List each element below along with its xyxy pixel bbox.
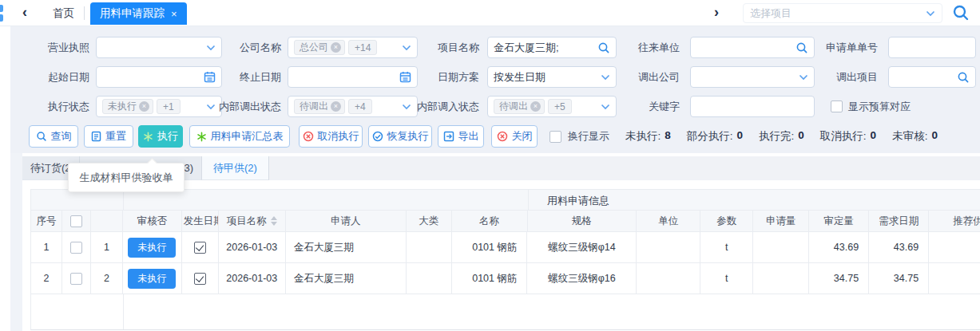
wrap-display-checkbox[interactable] [550,131,561,143]
internal-out-status-multiselect[interactable]: 待调出× +4 [288,96,418,117]
transfer-out-company-select[interactable] [690,66,815,88]
tab-pending-owner-supply[interactable]: 待甲供(2) [202,156,269,180]
business-license-select[interactable] [96,37,222,58]
keyword-label: 关键字 [605,96,680,117]
cell-num: 1 [91,232,123,263]
stat-label: 部分执行: [687,129,733,144]
cell-checked[interactable] [182,263,219,294]
select-all-checkbox[interactable] [70,215,82,227]
group-divider [528,190,529,210]
stat-value: 8 [665,129,671,144]
cell-select[interactable] [62,263,91,294]
material-summary-button[interactable]: 用料申请汇总表 [189,125,290,148]
col-header-audit: 审核否 [123,211,182,232]
start-date-input[interactable] [96,66,222,88]
cell-supplier [929,232,980,263]
business-license-label: 营业执照 [14,37,89,58]
app-window: ‹ 首页 用料申请跟踪 × › 选择项目 营业执照 公司名称 总公司× +14 … [0,0,980,331]
run-asterisk-icon [143,132,153,142]
top-tab-bar: ‹ 首页 用料申请跟踪 × › 选择项目 [0,0,980,26]
cell-name: 0101 钢筋 [452,263,528,294]
cell-unit [637,232,700,263]
keyword-input[interactable] [690,96,815,117]
col-header-project-name[interactable]: 项目名称 [219,211,286,232]
collapsed-menu-icon[interactable] [0,5,3,24]
status-not-executed-button[interactable]: 未执行 [128,238,176,258]
remove-tag-icon[interactable]: × [139,101,149,112]
project-name-value: 金石大厦三期; [494,41,594,55]
close-tab-icon[interactable]: × [171,8,177,20]
company-name-multiselect[interactable]: 总公司× +14 [288,37,418,58]
table-row[interactable]: 1 1 未执行 2026-01-03 金石大厦三期 0101 钢筋 螺纹三级钢φ… [30,232,980,263]
cancel-execute-button[interactable]: 取消执行 [299,125,363,148]
checked-checkbox[interactable] [194,273,206,285]
cell-spec: 螺纹三级钢φ16 [527,263,637,294]
forward-chevron-icon[interactable]: › [714,0,719,26]
checked-checkbox[interactable] [194,242,206,254]
remove-tag-icon[interactable]: × [530,101,541,112]
selected-tag[interactable]: 总公司× [294,40,345,55]
transfer-out-project-label: 调出项目 [803,66,878,88]
request-no-label: 申请单单号 [803,37,878,58]
show-budget-checkbox[interactable]: 显示预算对应 [831,96,911,117]
resume-execute-button[interactable]: 恢复执行 [368,125,432,148]
query-button[interactable]: 查询 [29,125,78,148]
cell-seq: 2 [31,263,62,294]
cell-num: 2 [91,263,123,294]
reset-button-label: 重置 [105,129,126,144]
counterparty-input[interactable] [690,37,815,58]
selected-tag[interactable]: 待调出× [494,99,545,114]
table-row[interactable]: 2 2 未执行 2026-01-03 金石大厦三期 0101 钢筋 螺纹三级钢φ… [30,263,980,294]
cell-date: 2026-01-03 [219,263,286,294]
reset-button[interactable]: 重置 [84,125,133,148]
material-summary-button-label: 用料申请汇总表 [211,129,284,144]
selected-tag[interactable]: 待调出× [294,99,345,114]
cell-status[interactable]: 未执行 [123,263,182,294]
cell-apply-qty [753,263,809,294]
transfer-out-project-input[interactable] [888,66,976,88]
export-button-label: 导出 [458,129,479,144]
col-header-supplier: 推荐供 [929,211,980,232]
tab-material-request-tracking[interactable]: 用料申请跟踪 × [90,2,187,25]
cell-spec: 螺纹三级钢φ14 [527,232,637,263]
row-checkbox[interactable] [70,242,82,254]
remove-tag-icon[interactable]: × [331,42,341,53]
stat-value: 0 [737,129,744,144]
back-chevron-icon[interactable]: ‹ [22,0,27,26]
export-button[interactable]: 导出 [438,125,484,148]
request-no-input[interactable] [888,37,976,58]
global-search-icon[interactable] [952,4,970,22]
cell-status[interactable]: 未执行 [123,232,182,263]
stat-unaudited: 未审核:0 [892,129,938,144]
project-name-input[interactable]: 金石大厦三期; [487,37,617,58]
execute-button[interactable]: 执行 [138,125,183,148]
close-button[interactable]: 关闭 [491,125,538,148]
cell-checked[interactable] [182,232,219,263]
more-tags-badge: +14 [348,40,377,55]
cell-select[interactable] [62,232,91,263]
company-name-label: 公司名称 [206,37,281,58]
date-scheme-select[interactable]: 按发生日期 [487,66,617,88]
col-header-apply-qty: 申请量 [753,211,809,232]
project-select[interactable]: 选择项目 [743,3,942,23]
cell-apply-qty [753,232,809,263]
stat-label: 未执行: [625,129,661,144]
sort-icon[interactable] [271,216,277,226]
query-button-label: 查询 [51,129,72,144]
status-not-executed-button[interactable]: 未执行 [128,269,176,289]
table-header-row: 序号 审核否 发生日期 项目名称 申请人 大类 名称 规格 单位 参数 申请量 … [30,211,980,232]
selected-tag[interactable]: 未执行× [102,99,153,114]
row-checkbox[interactable] [70,273,82,285]
cell-category [407,263,452,294]
col-header-select-all[interactable] [62,211,91,232]
search-icon [36,131,47,142]
run-asterisk-icon [196,132,207,142]
internal-in-status-multiselect[interactable]: 待调出× +5 [487,96,617,117]
exec-status-multiselect[interactable]: 未执行× +1 [96,96,222,117]
tab-home[interactable]: 首页 [46,0,81,26]
end-date-input[interactable] [288,66,418,88]
remove-tag-icon[interactable]: × [331,101,341,112]
tag-text: 总公司 [300,41,328,54]
checkbox-icon[interactable] [831,100,843,112]
search-icon[interactable] [957,71,970,84]
